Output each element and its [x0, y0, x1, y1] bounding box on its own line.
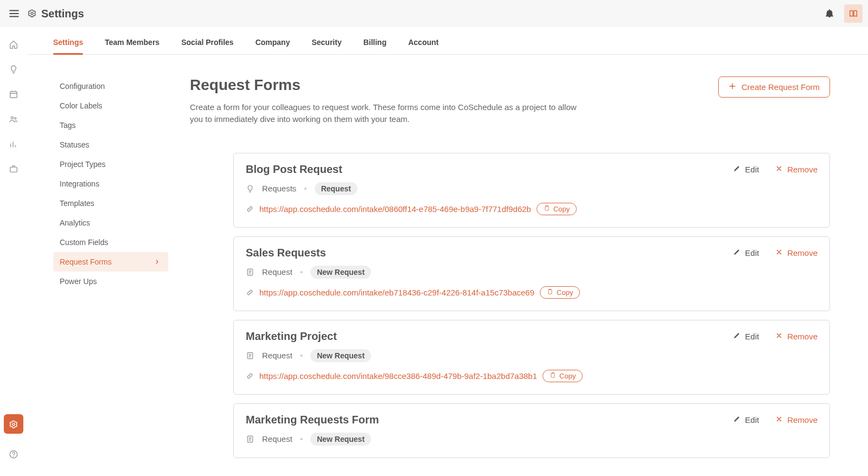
note-icon — [246, 435, 254, 443]
request-forms-panel: Request Forms Create a form for your col… — [168, 55, 868, 476]
remove-button[interactable]: Remove — [775, 415, 818, 424]
form-card-title: Marketing Project — [246, 330, 717, 343]
sidebar-item-label: Color Labels — [60, 101, 103, 110]
panel-description: Create a form for your colleagues to req… — [190, 101, 591, 125]
tab-company[interactable]: Company — [256, 38, 290, 54]
copy-button[interactable]: Copy — [537, 203, 577, 215]
sidebar-item-power-ups[interactable]: Power Ups — [53, 272, 168, 291]
tab-account[interactable]: Account — [408, 38, 438, 54]
sidebar-item-project-types[interactable]: Project Types — [53, 155, 168, 174]
edit-label: Edit — [745, 332, 759, 341]
sidebar-item-tags[interactable]: Tags — [53, 115, 168, 135]
notifications-button[interactable] — [820, 4, 839, 23]
sidebar-item-custom-fields[interactable]: Custom Fields — [53, 233, 168, 252]
clipboard-icon — [544, 205, 550, 213]
edit-button[interactable]: Edit — [733, 415, 759, 424]
remove-button[interactable]: Remove — [775, 248, 818, 258]
create-button-label: Create Request Form — [742, 82, 820, 92]
link-icon — [246, 372, 254, 380]
rail-ideas[interactable] — [4, 60, 23, 79]
separator-dot: • — [300, 351, 303, 360]
rail-calendar[interactable] — [4, 85, 23, 104]
pencil-icon — [733, 415, 741, 424]
remove-label: Remove — [787, 165, 818, 174]
sidebar-item-integrations[interactable]: Integrations — [53, 174, 168, 194]
sidebar-item-label: Project Types — [60, 160, 106, 169]
lightbulb-icon — [246, 184, 254, 193]
gear-icon — [27, 8, 37, 20]
hamburger-menu-icon[interactable] — [7, 6, 22, 21]
remove-label: Remove — [787, 415, 818, 424]
copy-label: Copy — [559, 372, 576, 380]
settings-sidebar: ConfigurationColor LabelsTagsStatusesPro… — [27, 55, 168, 476]
copy-button[interactable]: Copy — [542, 370, 583, 382]
form-card-title: Marketing Requests Form — [246, 414, 717, 426]
form-type-text: Request — [262, 434, 292, 443]
pencil-icon — [733, 248, 741, 258]
separator-dot: • — [304, 184, 307, 193]
chevron-right-icon — [154, 259, 161, 265]
separator-dot: • — [300, 434, 303, 443]
form-url[interactable]: https://app.coschedule.com/intake/0860ff… — [259, 204, 531, 214]
edit-button[interactable]: Edit — [733, 165, 759, 174]
form-card-title: Sales Requests — [246, 247, 717, 259]
remove-button[interactable]: Remove — [775, 332, 818, 341]
rail-settings[interactable] — [4, 414, 23, 434]
remove-label: Remove — [787, 332, 818, 341]
close-icon — [775, 248, 783, 258]
sidebar-item-label: Tags — [60, 121, 76, 130]
edit-label: Edit — [745, 415, 759, 424]
tab-security[interactable]: Security — [311, 38, 341, 54]
sidebar-item-templates[interactable]: Templates — [53, 194, 168, 213]
close-icon — [775, 165, 783, 174]
copy-label: Copy — [557, 288, 573, 297]
sidebar-item-label: Statuses — [60, 140, 89, 149]
form-badge: New Request — [310, 266, 371, 279]
rail-team[interactable] — [4, 110, 23, 129]
rail-home[interactable] — [4, 35, 23, 54]
sidebar-item-label: Templates — [60, 199, 94, 208]
request-form-card: Marketing ProjectEditRemoveRequest•New R… — [233, 320, 830, 395]
request-form-card: Sales RequestsEditRemoveRequest•New Requ… — [233, 236, 830, 311]
sidebar-item-analytics[interactable]: Analytics — [53, 213, 168, 233]
remove-button[interactable]: Remove — [775, 165, 818, 174]
request-form-card: Marketing Requests FormEditRemoveRequest… — [233, 403, 830, 458]
rail-help[interactable] — [4, 445, 23, 464]
sidebar-item-color-labels[interactable]: Color Labels — [53, 96, 168, 115]
request-form-card: Blog Post RequestEditRemoveRequests•Requ… — [233, 153, 830, 228]
sidebar-item-label: Integrations — [60, 179, 99, 188]
sidebar-item-label: Configuration — [60, 82, 105, 91]
sidebar-item-request-forms[interactable]: Request Forms — [53, 252, 168, 272]
form-url[interactable]: https://app.coschedule.com/intake/eb7184… — [259, 288, 534, 297]
create-request-form-button[interactable]: Create Request Form — [718, 76, 830, 98]
edit-button[interactable]: Edit — [733, 332, 759, 341]
panel-title: Request Forms — [190, 76, 591, 94]
copy-button[interactable]: Copy — [540, 286, 580, 299]
note-icon — [246, 268, 254, 276]
form-card-title: Blog Post Request — [246, 163, 717, 176]
close-icon — [775, 415, 783, 424]
edit-label: Edit — [745, 248, 759, 258]
separator-dot: • — [300, 267, 303, 276]
clipboard-icon — [547, 288, 553, 297]
tab-settings[interactable]: Settings — [53, 38, 83, 54]
tab-social-profiles[interactable]: Social Profiles — [181, 38, 233, 54]
sidebar-item-label: Custom Fields — [60, 238, 108, 247]
page-title: Settings — [41, 8, 84, 20]
edit-button[interactable]: Edit — [733, 248, 759, 258]
form-badge: New Request — [310, 433, 371, 446]
sidebar-item-statuses[interactable]: Statuses — [53, 135, 168, 155]
sidebar-item-label: Request Forms — [60, 258, 112, 266]
note-icon — [246, 351, 254, 360]
rail-analytics[interactable] — [4, 134, 23, 154]
form-url[interactable]: https://app.coschedule.com/intake/98cce3… — [259, 371, 537, 381]
rail-assets[interactable] — [4, 159, 23, 179]
sidebar-item-configuration[interactable]: Configuration — [53, 76, 168, 96]
pencil-icon — [733, 165, 741, 174]
sidebar-item-label: Analytics — [60, 218, 90, 227]
copy-label: Copy — [553, 205, 570, 213]
guide-button[interactable] — [844, 4, 863, 23]
link-icon — [246, 288, 254, 297]
tab-team-members[interactable]: Team Members — [105, 38, 159, 54]
tab-billing[interactable]: Billing — [363, 38, 387, 54]
